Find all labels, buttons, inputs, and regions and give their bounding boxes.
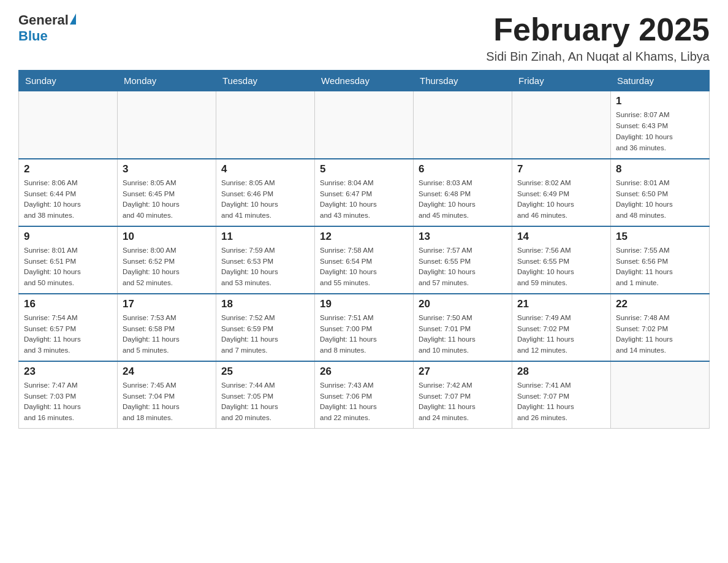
logo: General Blue xyxy=(18,12,76,44)
calendar-cell: 20Sunrise: 7:50 AM Sunset: 7:01 PM Dayli… xyxy=(414,294,512,361)
calendar-cell: 7Sunrise: 8:02 AM Sunset: 6:49 PM Daylig… xyxy=(512,159,611,226)
day-number: 19 xyxy=(320,298,408,310)
day-number: 21 xyxy=(517,298,605,310)
day-info: Sunrise: 7:50 AM Sunset: 7:01 PM Dayligh… xyxy=(419,313,507,356)
calendar-cell: 21Sunrise: 7:49 AM Sunset: 7:02 PM Dayli… xyxy=(512,294,611,361)
day-number: 22 xyxy=(616,298,704,310)
calendar-cell: 13Sunrise: 7:57 AM Sunset: 6:55 PM Dayli… xyxy=(414,226,512,294)
day-info: Sunrise: 8:07 AM Sunset: 6:43 PM Dayligh… xyxy=(616,110,704,153)
calendar-cell: 15Sunrise: 7:55 AM Sunset: 6:56 PM Dayli… xyxy=(611,226,710,294)
day-info: Sunrise: 7:49 AM Sunset: 7:02 PM Dayligh… xyxy=(517,313,605,356)
day-info: Sunrise: 7:47 AM Sunset: 7:03 PM Dayligh… xyxy=(24,380,112,424)
calendar-cell: 9Sunrise: 8:01 AM Sunset: 6:51 PM Daylig… xyxy=(19,226,118,294)
day-info: Sunrise: 8:05 AM Sunset: 6:46 PM Dayligh… xyxy=(221,178,309,221)
day-info: Sunrise: 7:41 AM Sunset: 7:07 PM Dayligh… xyxy=(517,380,605,424)
day-info: Sunrise: 7:43 AM Sunset: 7:06 PM Dayligh… xyxy=(320,380,408,424)
calendar-cell: 3Sunrise: 8:05 AM Sunset: 6:45 PM Daylig… xyxy=(118,159,216,226)
day-info: Sunrise: 8:06 AM Sunset: 6:44 PM Dayligh… xyxy=(24,178,112,221)
month-title: February 2025 xyxy=(486,12,710,47)
logo-general-text: General xyxy=(18,12,69,28)
calendar-cell: 17Sunrise: 7:53 AM Sunset: 6:58 PM Dayli… xyxy=(118,294,216,361)
logo-text: General xyxy=(18,12,76,28)
calendar-cell xyxy=(315,91,414,159)
calendar-cell xyxy=(414,91,512,159)
day-info: Sunrise: 7:55 AM Sunset: 6:56 PM Dayligh… xyxy=(616,245,704,289)
week-row-5: 23Sunrise: 7:47 AM Sunset: 7:03 PM Dayli… xyxy=(19,361,710,429)
day-number: 28 xyxy=(517,366,605,378)
day-info: Sunrise: 7:48 AM Sunset: 7:02 PM Dayligh… xyxy=(616,313,704,356)
calendar-cell: 8Sunrise: 8:01 AM Sunset: 6:50 PM Daylig… xyxy=(611,159,710,226)
calendar-cell: 16Sunrise: 7:54 AM Sunset: 6:57 PM Dayli… xyxy=(19,294,118,361)
calendar-cell: 18Sunrise: 7:52 AM Sunset: 6:59 PM Dayli… xyxy=(216,294,315,361)
day-number: 13 xyxy=(419,231,507,243)
calendar-cell: 28Sunrise: 7:41 AM Sunset: 7:07 PM Dayli… xyxy=(512,361,611,429)
day-number: 18 xyxy=(221,298,309,310)
day-number: 5 xyxy=(320,163,408,175)
calendar-cell: 27Sunrise: 7:42 AM Sunset: 7:07 PM Dayli… xyxy=(414,361,512,429)
calendar-cell: 24Sunrise: 7:45 AM Sunset: 7:04 PM Dayli… xyxy=(118,361,216,429)
logo-blue-text: Blue xyxy=(18,28,48,44)
calendar-cell: 2Sunrise: 8:06 AM Sunset: 6:44 PM Daylig… xyxy=(19,159,118,226)
weekday-header-saturday: Saturday xyxy=(611,71,710,91)
day-info: Sunrise: 8:01 AM Sunset: 6:51 PM Dayligh… xyxy=(24,245,112,289)
calendar-cell: 23Sunrise: 7:47 AM Sunset: 7:03 PM Dayli… xyxy=(19,361,118,429)
weekday-header-tuesday: Tuesday xyxy=(216,71,315,91)
day-info: Sunrise: 7:54 AM Sunset: 6:57 PM Dayligh… xyxy=(24,313,112,356)
day-info: Sunrise: 7:58 AM Sunset: 6:54 PM Dayligh… xyxy=(320,245,408,289)
day-number: 4 xyxy=(221,163,309,175)
day-info: Sunrise: 8:05 AM Sunset: 6:45 PM Dayligh… xyxy=(123,178,211,221)
day-number: 14 xyxy=(517,231,605,243)
calendar-cell: 5Sunrise: 8:04 AM Sunset: 6:47 PM Daylig… xyxy=(315,159,414,226)
week-row-4: 16Sunrise: 7:54 AM Sunset: 6:57 PM Dayli… xyxy=(19,294,710,361)
calendar-cell: 6Sunrise: 8:03 AM Sunset: 6:48 PM Daylig… xyxy=(414,159,512,226)
day-number: 1 xyxy=(616,95,704,107)
week-row-2: 2Sunrise: 8:06 AM Sunset: 6:44 PM Daylig… xyxy=(19,159,710,226)
calendar-table: SundayMondayTuesdayWednesdayThursdayFrid… xyxy=(18,70,710,429)
day-info: Sunrise: 8:00 AM Sunset: 6:52 PM Dayligh… xyxy=(123,245,211,289)
day-number: 7 xyxy=(517,163,605,175)
day-number: 17 xyxy=(123,298,211,310)
weekday-header-monday: Monday xyxy=(118,71,216,91)
day-info: Sunrise: 7:57 AM Sunset: 6:55 PM Dayligh… xyxy=(419,245,507,289)
calendar-cell: 1Sunrise: 8:07 AM Sunset: 6:43 PM Daylig… xyxy=(611,91,710,159)
title-section: February 2025 Sidi Bin Zinah, An Nuqat a… xyxy=(486,12,710,64)
day-number: 24 xyxy=(123,366,211,378)
day-number: 16 xyxy=(24,298,112,310)
weekday-header-sunday: Sunday xyxy=(19,71,118,91)
weekday-header-wednesday: Wednesday xyxy=(315,71,414,91)
weekday-header-row: SundayMondayTuesdayWednesdayThursdayFrid… xyxy=(19,71,710,91)
day-info: Sunrise: 8:02 AM Sunset: 6:49 PM Dayligh… xyxy=(517,178,605,221)
day-info: Sunrise: 7:59 AM Sunset: 6:53 PM Dayligh… xyxy=(221,245,309,289)
calendar-cell: 14Sunrise: 7:56 AM Sunset: 6:55 PM Dayli… xyxy=(512,226,611,294)
day-number: 26 xyxy=(320,366,408,378)
location-subtitle: Sidi Bin Zinah, An Nuqat al Khams, Libya xyxy=(486,50,710,64)
day-number: 3 xyxy=(123,163,211,175)
calendar-cell xyxy=(216,91,315,159)
page-header: General Blue February 2025 Sidi Bin Zina… xyxy=(18,12,710,64)
day-number: 10 xyxy=(123,231,211,243)
calendar-cell xyxy=(19,91,118,159)
day-number: 25 xyxy=(221,366,309,378)
day-info: Sunrise: 7:42 AM Sunset: 7:07 PM Dayligh… xyxy=(419,380,507,424)
week-row-1: 1Sunrise: 8:07 AM Sunset: 6:43 PM Daylig… xyxy=(19,91,710,159)
day-info: Sunrise: 8:03 AM Sunset: 6:48 PM Dayligh… xyxy=(419,178,507,221)
calendar-cell: 10Sunrise: 8:00 AM Sunset: 6:52 PM Dayli… xyxy=(118,226,216,294)
day-info: Sunrise: 7:52 AM Sunset: 6:59 PM Dayligh… xyxy=(221,313,309,356)
logo-triangle-icon xyxy=(70,13,76,25)
day-info: Sunrise: 7:56 AM Sunset: 6:55 PM Dayligh… xyxy=(517,245,605,289)
calendar-cell: 19Sunrise: 7:51 AM Sunset: 7:00 PM Dayli… xyxy=(315,294,414,361)
day-info: Sunrise: 8:01 AM Sunset: 6:50 PM Dayligh… xyxy=(616,178,704,221)
day-info: Sunrise: 7:44 AM Sunset: 7:05 PM Dayligh… xyxy=(221,380,309,424)
calendar-cell xyxy=(118,91,216,159)
day-number: 27 xyxy=(419,366,507,378)
weekday-header-friday: Friday xyxy=(512,71,611,91)
day-info: Sunrise: 7:51 AM Sunset: 7:00 PM Dayligh… xyxy=(320,313,408,356)
day-number: 8 xyxy=(616,163,704,175)
calendar-cell: 11Sunrise: 7:59 AM Sunset: 6:53 PM Dayli… xyxy=(216,226,315,294)
week-row-3: 9Sunrise: 8:01 AM Sunset: 6:51 PM Daylig… xyxy=(19,226,710,294)
day-number: 11 xyxy=(221,231,309,243)
day-number: 12 xyxy=(320,231,408,243)
day-number: 2 xyxy=(24,163,112,175)
day-number: 15 xyxy=(616,231,704,243)
day-info: Sunrise: 7:45 AM Sunset: 7:04 PM Dayligh… xyxy=(123,380,211,424)
